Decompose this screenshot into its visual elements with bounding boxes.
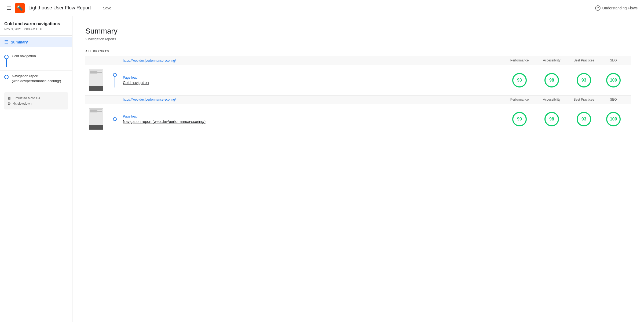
score-performance-2: 99	[503, 112, 536, 126]
score-accessibility-1: 98	[536, 73, 568, 87]
throttle-label: 4x slowdown	[13, 102, 32, 105]
thumb-lines-2	[89, 109, 103, 114]
score-best-practices-2: 93	[568, 112, 600, 126]
nav-circle-1	[4, 55, 9, 59]
thumb-line-1	[90, 71, 102, 71]
col-best-practices-2: Best Practices	[568, 98, 600, 102]
col-best-practices-1: Best Practices	[568, 58, 600, 63]
report-2-nav-name[interactable]: Navigation report (web.dev/performance-s…	[123, 119, 503, 124]
score-accessibility-2: 98	[536, 112, 568, 126]
save-button[interactable]: Save	[100, 4, 114, 12]
report-2-header: https://web.dev/performance-scoring/ Per…	[85, 95, 631, 104]
report-1-body: Page load Cold navigation 93 98 93 100	[85, 65, 631, 95]
connector-v-2	[113, 117, 117, 121]
thumb-line-2-3	[90, 111, 102, 112]
report-1-url-link[interactable]: https://web.dev/performance-scoring/	[123, 59, 176, 63]
col-performance-1: Performance	[503, 58, 536, 63]
connector-2	[107, 117, 123, 121]
score-circle-acc-2: 98	[544, 112, 559, 126]
thumb-line-2-1	[90, 109, 102, 110]
project-date: Nov 3, 2021, 7:00 AM CDT	[4, 27, 68, 31]
main-layout: Cold and warm navigations Nov 3, 2021, 7…	[0, 16, 644, 322]
page-load-label-2: Page load	[123, 115, 503, 118]
nav-line-1	[6, 59, 7, 67]
nav-item-label-1: Cold navigation	[12, 54, 36, 58]
conn-circle-2	[113, 117, 117, 121]
col-seo-1: SEO	[600, 58, 627, 63]
sidebar-nav-items: Cold navigation Navigation report (web.d…	[0, 48, 72, 89]
score-circle-bp-2: 93	[577, 112, 591, 126]
score-circle-seo-1: 100	[606, 73, 621, 87]
report-1-header: https://web.dev/performance-scoring/ Per…	[85, 56, 631, 65]
thumb-line-3	[90, 72, 102, 73]
report-1-thumbnail	[89, 69, 103, 91]
device-label: Emulated Moto G4	[13, 96, 40, 100]
report-1-nav-name[interactable]: Cold navigation	[123, 80, 503, 85]
thumb-line-5	[90, 74, 102, 74]
thumb-bottom-1	[89, 86, 103, 91]
thumb-lines-1	[89, 70, 103, 75]
connector-v-1	[113, 73, 117, 87]
report-2-body: Page load Navigation report (web.dev/per…	[85, 104, 631, 134]
throttle-icon: ⚙	[8, 101, 11, 106]
thumb-line-2-2	[90, 110, 97, 111]
lighthouse-logo: 🔦	[15, 3, 25, 13]
col-accessibility-1: Accessibility	[536, 58, 568, 63]
conn-circle-1	[113, 73, 117, 77]
understanding-flows-link[interactable]: ? Understanding Flows	[595, 5, 638, 11]
score-seo-2: 100	[600, 112, 627, 126]
summary-title: Summary	[85, 27, 631, 35]
score-circle-seo-2: 100	[606, 112, 621, 126]
thumb-top-1	[89, 70, 103, 86]
thumb-line-2-5	[90, 113, 102, 113]
report-1-info: Page load Cold navigation	[123, 76, 503, 85]
question-icon: ?	[595, 5, 601, 11]
report-2-info: Page load Navigation report (web.dev/per…	[123, 115, 503, 124]
header-left: ☰ 🔦 Lighthouse User Flow Report Save	[6, 3, 114, 13]
thumb-line-2	[90, 71, 97, 72]
thumbnail-1	[85, 69, 107, 91]
device-row: 🖥 Emulated Moto G4	[8, 96, 65, 100]
score-performance-1: 93	[503, 73, 536, 87]
nav-connector-2	[4, 74, 9, 79]
understanding-flows-label: Understanding Flows	[602, 6, 638, 10]
menu-icon[interactable]: ☰	[6, 5, 11, 11]
sidebar-item-cold-navigation[interactable]: Cold navigation	[0, 50, 72, 71]
all-reports-label: ALL REPORTS	[85, 50, 631, 53]
connector-1	[107, 73, 123, 87]
score-circle-bp-1: 93	[577, 73, 591, 87]
device-icon: 🖥	[8, 96, 11, 100]
thumb-top-2	[89, 109, 103, 125]
app-title: Lighthouse User Flow Report	[28, 5, 91, 11]
throttle-row: ⚙ 4x slowdown	[8, 101, 65, 106]
col-seo-2: SEO	[600, 98, 627, 102]
score-circle-perf-1: 93	[512, 73, 527, 87]
sidebar-summary-item[interactable]: ☰ Summary	[0, 37, 72, 47]
nav-connector-1	[4, 54, 9, 67]
col-performance-2: Performance	[503, 98, 536, 102]
page-load-label-1: Page load	[123, 76, 503, 79]
report-1-url[interactable]: https://web.dev/performance-scoring/	[123, 59, 503, 63]
header-right: ? Understanding Flows	[595, 5, 638, 11]
report-2-thumbnail	[89, 108, 103, 130]
score-circle-acc-1: 98	[544, 73, 559, 87]
header: ☰ 🔦 Lighthouse User Flow Report Save ? U…	[0, 0, 644, 16]
report-2-url[interactable]: https://web.dev/performance-scoring/	[123, 98, 503, 101]
summary-label: Summary	[11, 40, 28, 44]
nav-item-label-2: Navigation report (web.dev/performance-s…	[12, 74, 68, 83]
thumb-line-4	[90, 73, 97, 74]
thumb-bottom-2	[89, 125, 103, 130]
conn-line-1	[115, 77, 115, 87]
summary-sub: 2 navigation reports	[85, 37, 631, 41]
project-name: Cold and warm navigations	[4, 21, 68, 26]
main-content: Summary 2 navigation reports ALL REPORTS…	[72, 16, 644, 322]
score-seo-1: 100	[600, 73, 627, 87]
sidebar-device-info: 🖥 Emulated Moto G4 ⚙ 4x slowdown	[4, 92, 68, 109]
score-best-practices-1: 93	[568, 73, 600, 87]
report-2-url-link[interactable]: https://web.dev/performance-scoring/	[123, 98, 176, 101]
thumbnail-2	[85, 108, 107, 130]
score-circle-perf-2: 99	[512, 112, 527, 126]
sidebar: Cold and warm navigations Nov 3, 2021, 7…	[0, 16, 72, 322]
nav-circle-2	[4, 75, 9, 79]
sidebar-item-navigation-report[interactable]: Navigation report (web.dev/performance-s…	[0, 71, 72, 87]
